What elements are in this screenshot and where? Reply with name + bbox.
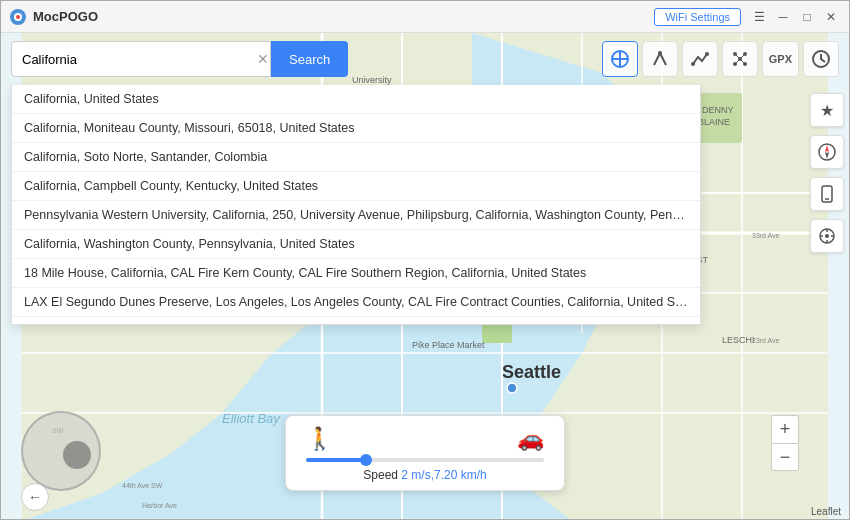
joystick-inner[interactable] [63, 441, 91, 469]
menu-button[interactable]: ☰ [749, 7, 769, 27]
app-logo [9, 8, 27, 26]
svg-point-50 [658, 51, 662, 55]
phone-icon[interactable] [810, 177, 844, 211]
minimize-button[interactable]: ─ [773, 7, 793, 27]
speed-bar[interactable] [306, 458, 544, 462]
back-button[interactable]: ← [21, 483, 49, 511]
svg-text:Harbor Ave: Harbor Ave [142, 502, 177, 509]
dropdown-item[interactable]: California, Campbell County, Kentucky, U… [12, 172, 700, 201]
dropdown-item[interactable]: California, Moniteau County, Missouri, 6… [12, 114, 700, 143]
maximize-button[interactable]: □ [797, 7, 817, 27]
svg-text:BLAINE: BLAINE [698, 117, 730, 127]
compass-icon[interactable] [810, 135, 844, 169]
speed-label: Speed [363, 468, 401, 482]
search-button[interactable]: Search [271, 41, 348, 77]
gpx-button[interactable]: GPX [762, 41, 799, 77]
svg-text:Seattle: Seattle [502, 362, 561, 382]
wifi-settings-button[interactable]: WiFi Settings [654, 8, 741, 26]
svg-text:Elliott Bay: Elliott Bay [222, 411, 281, 426]
speed-knob[interactable] [360, 454, 372, 466]
dropdown-item[interactable]: California, Washington County, Pennsylva… [12, 230, 700, 259]
search-input[interactable] [11, 41, 271, 77]
mode-icons: 🚶 🚗 [306, 426, 544, 452]
svg-point-52 [705, 52, 709, 56]
svg-rect-22 [482, 323, 512, 343]
route-icon[interactable] [642, 41, 678, 77]
search-container: ✕ Search [11, 41, 348, 77]
leaflet-attribution: Leaflet [811, 506, 841, 517]
svg-text:Pike Place Market: Pike Place Market [412, 340, 485, 350]
svg-point-69 [825, 234, 829, 238]
svg-line-59 [740, 54, 745, 59]
dropdown-item[interactable]: LAX El Segundo Dunes Preserve, Los Angel… [12, 288, 700, 317]
svg-text:23rd Ave: 23rd Ave [752, 337, 780, 344]
clear-button[interactable]: ✕ [254, 50, 272, 68]
dropdown-item[interactable]: California, Soto Norte, Santander, Colom… [12, 143, 700, 172]
dropdown-item[interactable]: 18 Mile House, California, CAL Fire Kern… [12, 259, 700, 288]
speed-bar-fill [306, 458, 366, 462]
svg-text:44th Ave SW: 44th Ave SW [122, 482, 163, 489]
window-controls: ☰ ─ □ ✕ [749, 7, 841, 27]
dropdown-item[interactable]: Pennsylvania Western University, Califor… [12, 201, 700, 230]
svg-line-58 [735, 54, 740, 59]
zoom-controls: + − [771, 415, 799, 471]
svg-text:33rd Ave: 33rd Ave [752, 232, 780, 239]
favorites-icon[interactable]: ★ [810, 93, 844, 127]
location-icon[interactable] [810, 219, 844, 253]
search-dropdown: California, United StatesCalifornia, Mon… [11, 85, 701, 325]
speed-text: Speed 2 m/s,7.20 km/h [363, 468, 486, 482]
drive-mode-icon[interactable]: 🚗 [517, 426, 544, 452]
main-content: 520 99 Seattle Elliott Bay FIRST HILL LE… [1, 33, 849, 520]
dropdown-item[interactable]: California, United States [12, 85, 700, 114]
toolbar-right: GPX [602, 41, 839, 77]
joystick-outer[interactable] [21, 411, 101, 491]
nodes-icon[interactable] [722, 41, 758, 77]
svg-point-51 [691, 62, 695, 66]
bottom-panel: 🚶 🚗 Speed 2 m/s,7.20 km/h [285, 415, 565, 491]
svg-text:DENNY: DENNY [702, 105, 734, 115]
zoom-in-button[interactable]: + [771, 415, 799, 443]
zoom-out-button[interactable]: − [771, 443, 799, 471]
titlebar: MocPOGO WiFi Settings ☰ ─ □ ✕ [1, 1, 849, 33]
svg-marker-65 [825, 152, 829, 159]
close-button[interactable]: ✕ [821, 7, 841, 27]
svg-point-41 [507, 383, 517, 393]
svg-text:LESCHI: LESCHI [722, 335, 755, 345]
dropdown-item[interactable]: California, Norte, Cauca, Colombia [12, 317, 700, 325]
toolbar: ✕ Search GPX [1, 33, 849, 85]
svg-line-61 [740, 59, 745, 64]
svg-line-60 [735, 59, 740, 64]
teleport-icon[interactable] [602, 41, 638, 77]
app-name: MocPOGO [33, 9, 654, 24]
svg-point-2 [16, 15, 20, 19]
walk-mode-icon[interactable]: 🚶 [306, 426, 333, 452]
right-panel: ★ [805, 33, 849, 520]
joystick[interactable] [21, 411, 101, 491]
svg-marker-64 [825, 145, 829, 152]
speed-value: 2 m/s,7.20 km/h [401, 468, 486, 482]
multi-route-icon[interactable] [682, 41, 718, 77]
